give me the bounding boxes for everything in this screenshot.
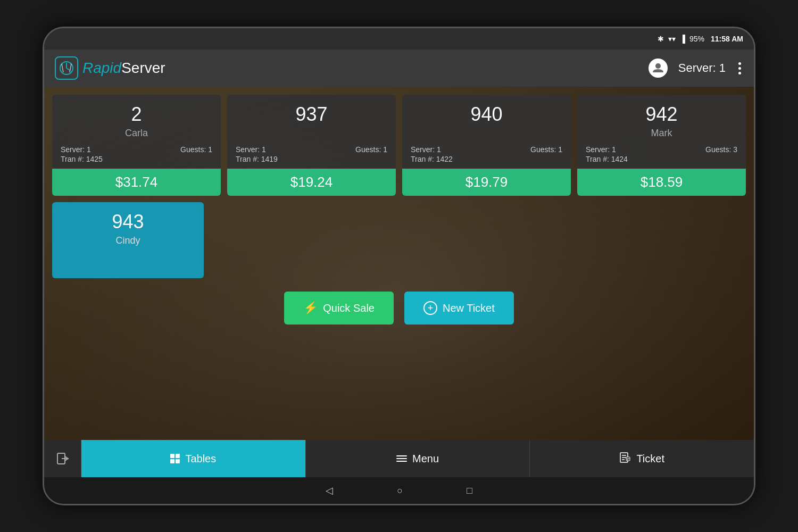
logo-area: RapidServer (55, 56, 165, 80)
ticket-tran-2: Tran #: 1425 (61, 155, 103, 163)
battery-percent: 95% (689, 35, 704, 43)
ticket-tran-937: Tran #: 1419 (236, 155, 278, 163)
ticket-amount-940: $19.79 (402, 169, 571, 196)
ticket-number-942: 942 (586, 103, 737, 126)
more-options-button[interactable] (736, 60, 743, 77)
logo-rapid: Rapid (82, 60, 121, 76)
back-button[interactable]: ◁ (326, 485, 333, 496)
ticket-guests-937: Guests: 1 (355, 145, 387, 154)
ticket-name-940 (411, 128, 562, 139)
new-ticket-button[interactable]: + New Ticket (404, 292, 514, 325)
server-avatar (649, 59, 668, 78)
quick-sale-button[interactable]: ⚡ Quick Sale (284, 292, 394, 325)
ticket-number-940: 940 (411, 103, 562, 126)
ticket-amount-942: $18.59 (577, 169, 746, 196)
logout-button[interactable] (44, 440, 81, 477)
more-dot (738, 62, 741, 65)
android-nav: ◁ ○ □ (44, 477, 754, 504)
ticket-name-937 (236, 128, 387, 139)
ticket-number-2: 2 (61, 103, 212, 126)
ticket-tran-942: Tran #: 1424 (586, 155, 628, 163)
tickets-row-2: 943 Cindy (52, 202, 204, 278)
menu-label: Menu (412, 453, 439, 465)
main-content: 2 Carla Server: 1 Guests: 1 Tran #: 1425 (44, 87, 754, 440)
ticket-name-mark: Mark (586, 128, 737, 139)
ticket-server-940: Server: 1 (411, 145, 441, 154)
ticket-card-942[interactable]: 942 Mark Server: 1 Guests: 3 Tran #: 142… (577, 95, 746, 196)
svg-line-4 (70, 64, 71, 72)
tickets-grid: 2 Carla Server: 1 Guests: 1 Tran #: 1425 (44, 87, 754, 286)
more-dot (738, 72, 741, 74)
tables-label: Tables (185, 453, 216, 465)
logo-icon (55, 56, 78, 80)
ticket-card-943[interactable]: 943 Cindy (52, 202, 204, 278)
nav-menu[interactable]: Menu (306, 440, 530, 477)
more-dot (738, 67, 741, 70)
menu-icon (396, 455, 407, 462)
server-label: Server: 1 (678, 61, 726, 75)
ticket-name-cindy: Cindy (61, 235, 195, 246)
ticket-card-2[interactable]: 2 Carla Server: 1 Guests: 1 Tran #: 1425 (52, 95, 221, 196)
ticket-card-940[interactable]: 940 Server: 1 Guests: 1 Tran #: 1422 (402, 95, 571, 196)
app-title: RapidServer (82, 60, 165, 77)
ticket-meta-937: Server: 1 Guests: 1 Tran #: 1419 (236, 145, 387, 163)
action-buttons: ⚡ Quick Sale + New Ticket (44, 286, 754, 330)
status-bar-content: ✱ ▾▾ ▐ 95% 11:58 AM (658, 35, 743, 43)
ticket-meta-942: Server: 1 Guests: 3 Tran #: 1424 (586, 145, 737, 163)
nav-ticket[interactable]: Ticket (530, 440, 754, 477)
ticket-name-carla: Carla (61, 128, 212, 139)
ticket-number-937: 937 (236, 103, 387, 126)
battery-icon: ▐ (680, 35, 685, 43)
ticket-amount-2: $31.74 (52, 169, 221, 196)
recent-button[interactable]: □ (467, 485, 472, 496)
server-info: Server: 1 (649, 59, 743, 78)
time-display: 11:58 AM (711, 35, 743, 43)
nav-tables[interactable]: Tables (81, 440, 306, 477)
tables-icon (170, 454, 180, 463)
svg-line-2 (66, 68, 70, 70)
ticket-guests-940: Guests: 1 (530, 145, 562, 154)
top-bar: RapidServer Server: 1 (44, 49, 754, 87)
status-bar: ✱ ▾▾ ▐ 95% 11:58 AM (44, 28, 754, 49)
ticket-guests-942: Guests: 3 (705, 145, 737, 154)
wifi-icon: ▾▾ (668, 35, 676, 43)
svg-point-5 (655, 63, 661, 69)
new-ticket-label: New Ticket (443, 302, 495, 314)
ticket-card-937[interactable]: 937 Server: 1 Guests: 1 Tran #: 1419 (227, 95, 396, 196)
svg-line-3 (62, 64, 63, 72)
ticket-label: Ticket (636, 453, 664, 465)
ticket-amount-937: $19.24 (227, 169, 396, 196)
ticket-meta-2: Server: 1 Guests: 1 Tran #: 1425 (61, 145, 212, 163)
bottom-nav: Tables Menu Ticket (44, 440, 754, 477)
ticket-tran-940: Tran #: 1422 (411, 155, 453, 163)
new-ticket-icon: + (423, 301, 437, 315)
quick-sale-icon: ⚡ (303, 301, 318, 315)
ticket-number-943: 943 (61, 211, 195, 233)
logo-server-text: Server (121, 60, 165, 76)
ticket-meta-943 (61, 253, 195, 273)
bluetooth-icon: ✱ (658, 35, 664, 43)
device-frame: ✱ ▾▾ ▐ 95% 11:58 AM RapidServer (43, 27, 755, 505)
ticket-guests-2: Guests: 1 (180, 145, 212, 154)
ticket-server-2: Server: 1 (61, 145, 91, 154)
ticket-icon (619, 452, 631, 466)
tickets-row-1: 2 Carla Server: 1 Guests: 1 Tran #: 1425 (52, 95, 746, 196)
ticket-server-937: Server: 1 (236, 145, 266, 154)
ticket-meta-940: Server: 1 Guests: 1 Tran #: 1422 (411, 145, 562, 163)
quick-sale-label: Quick Sale (323, 302, 375, 314)
home-button[interactable]: ○ (397, 485, 403, 496)
ticket-server-942: Server: 1 (586, 145, 616, 154)
